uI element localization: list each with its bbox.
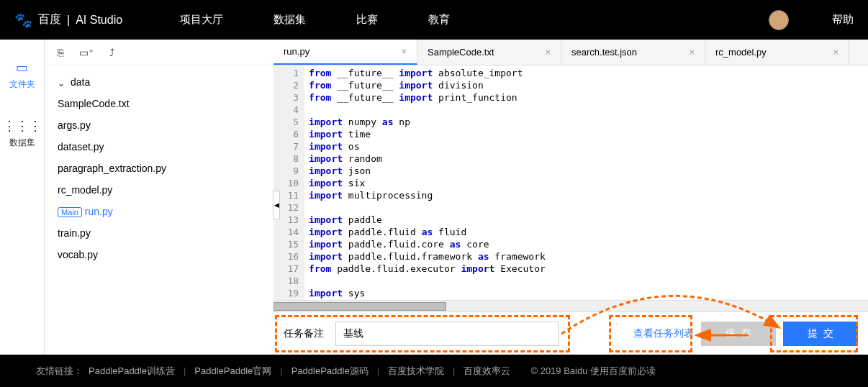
footer-link[interactable]: PaddlePaddle官网 [194,365,271,378]
save-button[interactable]: 保存 [701,322,776,346]
footer-link[interactable]: PaddlePaddle训练营 [89,365,175,378]
bottom-bar: 任务备注 查看任务列表 保存 提交 [273,311,868,355]
file-paragraph[interactable]: paragraph_extraction.py [58,158,261,179]
task-note-input[interactable] [335,322,559,346]
file-rcmodel[interactable]: rc_model.py [58,179,261,201]
footer-copyright: © 2019 Baidu 使用百度前必读 [530,365,656,378]
footer-link[interactable]: 百度效率云 [464,365,510,378]
logo-text: 百度 [38,12,61,27]
logo-divider: | [67,14,70,27]
new-folder-icon[interactable]: ▭⁺ [79,47,94,58]
logo-sub: AI Studio [76,14,122,27]
rail-dataset-label: 数据集 [9,137,35,147]
nav-datasets[interactable]: 数据集 [273,13,306,27]
line-gutter: 1234567891011121314151617181920▾21222324 [273,65,304,300]
tab-samplecode[interactable]: SampleCode.txt× [417,40,561,65]
file-tree: data SampleCode.txt args.py dataset.py p… [45,65,273,271]
horizontal-scrollbar[interactable] [273,300,868,311]
footer-link[interactable]: PaddlePaddle源码 [291,365,369,378]
avatar[interactable] [769,10,789,30]
new-file-icon[interactable]: ⎘ [58,47,63,58]
close-icon[interactable]: × [689,47,695,58]
main-badge: Main [58,207,82,217]
code-lines[interactable]: from __future__ import absolute_importfr… [304,65,868,300]
folder-data[interactable]: data [58,71,261,93]
collapse-handle[interactable]: ◀ [273,191,280,219]
file-vocab[interactable]: vocab.py [58,244,261,265]
upload-icon[interactable]: ⤴ [109,47,114,58]
code-editor[interactable]: 1234567891011121314151617181920▾21222324… [273,65,868,300]
task-note-label: 任务备注 [284,327,324,340]
close-icon[interactable]: × [833,47,838,58]
tab-run[interactable]: run.py× [273,40,417,65]
editor-tabs: run.py× SampleCode.txt× search.test.json… [273,40,868,65]
help-link[interactable]: 帮助 [832,13,854,27]
dataset-icon: ⋮⋮⋮ [0,118,44,134]
footer-label: 友情链接： [36,365,83,378]
logo[interactable]: 🐾 百度 | AI Studio [14,12,122,29]
left-rail: ▭ 文件夹 ⋮⋮⋮ 数据集 [0,40,45,355]
rail-files[interactable]: ▭ 文件夹 [0,53,44,98]
paw-icon: 🐾 [14,12,32,29]
folder-icon: ▭ [0,60,44,76]
header-right: 帮助 [769,10,854,30]
nav-competitions[interactable]: 比赛 [356,13,378,27]
main-area: ▭ 文件夹 ⋮⋮⋮ 数据集 ⎘ ▭⁺ ⤴ data SampleCode.txt… [0,40,868,355]
footer-link[interactable]: 百度技术学院 [388,365,444,378]
close-icon[interactable]: × [545,47,551,58]
file-samplecode[interactable]: SampleCode.txt [58,93,261,114]
file-args[interactable]: args.py [58,114,261,136]
top-nav: 项目大厅 数据集 比赛 教育 [180,13,769,27]
file-panel: ⎘ ▭⁺ ⤴ data SampleCode.txt args.py datas… [45,40,273,355]
nav-education[interactable]: 教育 [428,13,450,27]
file-dataset[interactable]: dataset.py [58,136,261,158]
file-toolbar: ⎘ ▭⁺ ⤴ [45,40,273,65]
rail-dataset[interactable]: ⋮⋮⋮ 数据集 [0,111,44,156]
tab-rcmodel[interactable]: rc_model.py× [705,40,849,65]
view-tasks-link[interactable]: 查看任务列表 [633,327,694,340]
close-icon[interactable]: × [401,46,407,57]
file-train[interactable]: train.py [58,222,261,244]
scrollbar-thumb[interactable] [273,302,446,311]
editor-panel: ◀ run.py× SampleCode.txt× search.test.js… [273,40,868,355]
rail-files-label: 文件夹 [9,79,35,89]
nav-projects[interactable]: 项目大厅 [180,13,223,27]
submit-button[interactable]: 提交 [783,322,858,346]
tab-search[interactable]: search.test.json× [561,40,705,65]
top-header: 🐾 百度 | AI Studio 项目大厅 数据集 比赛 教育 帮助 [0,0,868,40]
file-run[interactable]: Mainrun.py [58,201,261,222]
footer: 友情链接： PaddlePaddle训练营| PaddlePaddle官网| P… [0,355,868,387]
